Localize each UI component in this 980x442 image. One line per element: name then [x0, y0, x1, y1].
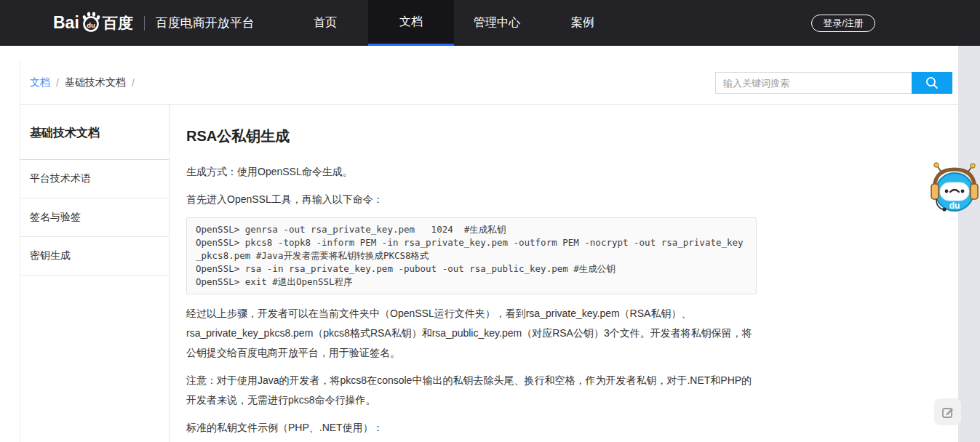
- svg-text:du: du: [949, 201, 960, 211]
- search-button[interactable]: [912, 72, 952, 94]
- login-register-button[interactable]: 登录/注册: [811, 15, 875, 32]
- breadcrumb-bar: 文档 / 基础技术文档 /: [20, 62, 958, 105]
- logo-divider: [144, 16, 145, 31]
- breadcrumb-separator: /: [56, 77, 59, 89]
- scrollbar-track[interactable]: [958, 46, 980, 442]
- search-bar: [715, 72, 952, 94]
- edit-pencil-icon: [941, 406, 955, 419]
- du-robot-icon: du: [931, 162, 979, 214]
- nav-item-cases[interactable]: 案例: [540, 0, 626, 46]
- paragraph-java-note: 注意：对于使用Java的开发者，将pkcs8在console中输出的私钥去除头尾…: [186, 371, 757, 410]
- main-nav: 首页 文档 管理中心 案例: [282, 0, 626, 46]
- page-container: 文档 / 基础技术文档 / 基础技术文档 平台技术术语 签名与验签 密钥生成 R…: [20, 62, 958, 442]
- sidebar-item-sign-verify[interactable]: 签名与验签: [20, 198, 169, 237]
- paragraph-key-example-label: 标准的私钥文件示例（PHP、.NET使用）：: [186, 418, 757, 438]
- logo-text-baidu-cn: 百度: [103, 13, 133, 33]
- search-icon: [925, 76, 939, 90]
- baidu-paw-icon: du: [80, 11, 102, 33]
- site-name: 百度电商开放平台: [156, 15, 255, 31]
- doc-main: RSA公私钥生成 生成方式：使用OpenSSL命令生成。 首先进入OpenSSL…: [170, 105, 757, 442]
- nav-item-home[interactable]: 首页: [282, 0, 368, 46]
- breadcrumb-link-docs[interactable]: 文档: [30, 76, 50, 89]
- baidu-logo[interactable]: Bai du 百度 百度电商开放平台: [53, 12, 255, 34]
- nav-item-console[interactable]: 管理中心: [454, 0, 540, 46]
- nav-item-docs[interactable]: 文档: [368, 0, 454, 46]
- breadcrumb-current: 基础技术文档: [65, 76, 126, 89]
- paragraph-generate-method: 生成方式：使用OpenSSL命令生成。: [186, 162, 757, 182]
- paragraph-enter-openssl: 首先进入OpenSSL工具，再输入以下命令：: [186, 190, 757, 209]
- search-input[interactable]: [715, 72, 912, 94]
- code-block-openssl-commands: OpenSSL> genrsa -out rsa_private_key.pem…: [186, 217, 757, 294]
- feedback-edit-button[interactable]: [934, 398, 961, 425]
- sidebar: 基础技术文档 平台技术术语 签名与验签 密钥生成: [20, 105, 170, 442]
- breadcrumb-separator: /: [132, 77, 135, 89]
- svg-text:du: du: [87, 20, 95, 28]
- sidebar-item-key-generation[interactable]: 密钥生成: [20, 237, 169, 276]
- paragraph-steps-result: 经过以上步骤，开发者可以在当前文件夹中（OpenSSL运行文件夹），看到rsa_…: [186, 304, 757, 363]
- content-row: 基础技术文档 平台技术术语 签名与验签 密钥生成 RSA公私钥生成 生成方式：使…: [20, 105, 958, 442]
- sidebar-title: 基础技术文档: [20, 105, 169, 160]
- du-robot-assistant[interactable]: du: [931, 162, 979, 214]
- top-navbar: Bai du 百度 百度电商开放平台 首页 文档 管理中心 案例 登录/注册: [0, 0, 980, 46]
- breadcrumb: 文档 / 基础技术文档 /: [30, 76, 135, 89]
- page-title: RSA公私钥生成: [186, 126, 757, 146]
- logo-text-bai: Bai: [53, 13, 79, 33]
- sidebar-item-platform-terms[interactable]: 平台技术术语: [20, 160, 169, 198]
